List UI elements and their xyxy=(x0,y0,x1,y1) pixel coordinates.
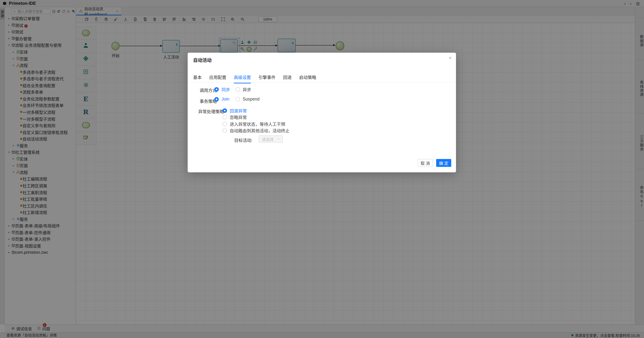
radio-忽略异常[interactable]: 忽略异常 xyxy=(222,114,247,120)
radio-label: 进入异常状态，等待人工干预 xyxy=(230,120,285,127)
cancel-button[interactable]: 取 消 xyxy=(418,159,433,167)
dialog-close-icon[interactable]: × xyxy=(449,55,452,60)
radio-自动路由到其他活动，活动终止[interactable]: 自动路由到其他活动，活动终止 xyxy=(222,127,290,134)
radio-unselected-icon[interactable] xyxy=(236,87,240,92)
radio-同步[interactable]: 同步 xyxy=(214,86,230,92)
radio-selected-icon[interactable] xyxy=(214,97,219,102)
target-activity-select[interactable]: 请选择 xyxy=(259,136,283,142)
radio-selected-icon[interactable] xyxy=(214,87,219,92)
radio-unselected-icon[interactable] xyxy=(222,122,227,126)
select-placeholder: 请选择 xyxy=(262,136,274,142)
tabs-divider xyxy=(188,82,456,82)
radio-label: 忽略异常 xyxy=(230,114,247,120)
radio-selected-icon[interactable] xyxy=(222,108,227,113)
radio-unselected-icon[interactable] xyxy=(222,128,227,133)
exception-policy-label: 异常处理策略 xyxy=(198,108,224,114)
radio-Join[interactable]: Join xyxy=(214,97,229,102)
radio-label: 同步 xyxy=(222,86,230,92)
target-activity-label: 目标活动: xyxy=(234,137,252,143)
chevron-down-icon xyxy=(277,137,280,141)
radio-label: 回滚异常 xyxy=(230,107,247,114)
radio-label: Suspend xyxy=(243,97,260,102)
radio-label: Join xyxy=(222,97,229,102)
ok-button[interactable]: 确 定 xyxy=(436,159,451,167)
radio-异步[interactable]: 异步 xyxy=(236,86,251,92)
radio-unselected-icon[interactable] xyxy=(236,97,240,102)
app-window: Primeton-IDE ‹ › 资源 AIEn文 ▸采购订单管理▸测试!▸测试… xyxy=(0,0,644,338)
dialog-title: 自动活动 xyxy=(193,56,212,63)
radio-进入异常状态，等待人工干预[interactable]: 进入异常状态，等待人工干预 xyxy=(222,120,285,127)
radio-unselected-icon[interactable] xyxy=(222,115,227,119)
radio-回滚异常[interactable]: 回滚异常 xyxy=(222,107,247,114)
radio-label: 自动路由到其他活动，活动终止 xyxy=(230,127,290,134)
auto-activity-dialog: 自动活动 × 基本应用配置高级设置引擎事件回退启动策略 调用方式 同步异步 事务… xyxy=(188,53,456,172)
radio-Suspend[interactable]: Suspend xyxy=(236,97,260,102)
radio-label: 异步 xyxy=(243,86,251,92)
